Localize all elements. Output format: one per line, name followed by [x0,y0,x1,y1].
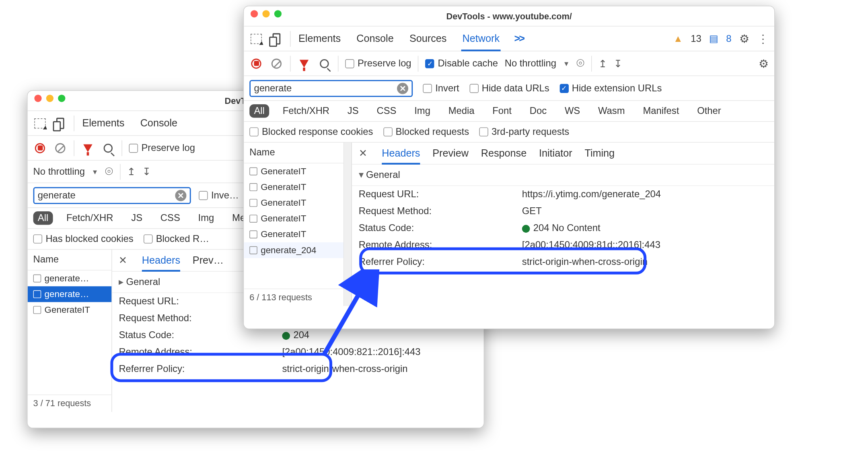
filter-icon[interactable] [81,141,95,155]
more-tabs-icon[interactable]: >> [514,33,524,44]
has-blocked-cookies-checkbox[interactable] [33,234,42,243]
hide-data-urls-checkbox[interactable] [469,84,478,93]
request-row[interactable]: GenerateIT [244,211,343,227]
clear-button[interactable] [270,57,284,70]
tab-response[interactable]: Response [481,147,527,159]
record-button[interactable] [249,57,263,70]
third-party-checkbox[interactable] [479,127,488,136]
window-controls[interactable] [34,95,65,102]
chevron-down-icon[interactable]: ▼ [92,168,99,176]
tab-initiator[interactable]: Initiator [539,147,572,159]
tab-network[interactable]: Network [461,33,501,44]
type-manifest[interactable]: Manifest [638,104,683,118]
close-window-icon[interactable] [251,10,258,17]
filter-input[interactable]: generate ✕ [33,187,191,204]
type-fetchxhr[interactable]: Fetch/XHR [62,211,118,225]
request-row[interactable]: generate_204 [244,242,343,258]
type-doc[interactable]: Doc [525,104,551,118]
column-name[interactable]: Name [244,142,343,163]
record-button[interactable] [33,141,47,155]
preserve-log-checkbox[interactable] [129,143,138,152]
request-row[interactable]: GenerateIT [244,179,343,195]
toggle-device-icon[interactable] [270,32,284,45]
minimize-window-icon[interactable] [46,95,53,102]
maximize-window-icon[interactable] [274,10,282,17]
tab-console[interactable]: Console [355,33,395,44]
warning-count[interactable]: 13 [691,33,701,44]
tab-elements[interactable]: Elements [81,117,126,129]
kebab-menu-icon[interactable]: ⋮ [757,36,769,41]
column-name[interactable]: Name [28,250,112,271]
tab-elements[interactable]: Elements [297,33,342,44]
type-ws[interactable]: WS [560,104,585,118]
throttling-select[interactable]: No throttling [505,58,556,69]
request-row[interactable]: generate… [28,286,112,302]
gear-icon[interactable]: ⚙ [739,32,749,45]
gear-icon[interactable]: ⚙ [759,57,769,70]
disclosure-icon[interactable]: ▾ [359,169,364,180]
type-wasm[interactable]: Wasm [594,104,629,118]
maximize-window-icon[interactable] [58,95,65,102]
toggle-device-icon[interactable] [53,116,67,130]
clear-button[interactable] [53,141,67,155]
blocked-requests-checkbox[interactable] [383,127,392,136]
request-row[interactable]: GenerateIT [244,195,343,211]
blocked-response-cookies-checkbox[interactable] [249,127,258,136]
clear-filter-icon[interactable]: ✕ [175,190,186,201]
type-other[interactable]: Other [693,104,726,118]
close-icon[interactable]: ✕ [119,254,127,266]
close-window-icon[interactable] [34,95,41,102]
type-css[interactable]: CSS [156,211,185,225]
hide-extension-urls-checkbox[interactable]: ✓ [559,84,568,93]
upload-har-icon[interactable]: ↥ [599,57,607,70]
type-img[interactable]: Img [193,211,218,225]
type-js[interactable]: JS [127,211,147,225]
tab-timing[interactable]: Timing [584,147,615,159]
warning-icon[interactable]: ▲ [673,33,683,44]
upload-har-icon[interactable]: ↥ [127,165,136,178]
type-all[interactable]: All [33,211,53,225]
network-conditions-icon[interactable]: ⦾ [105,166,113,178]
tab-headers[interactable]: Headers [142,254,180,266]
clear-filter-icon[interactable]: ✕ [397,83,408,94]
messages-icon[interactable]: ▤ [709,33,718,44]
invert-checkbox[interactable] [423,84,432,93]
type-js[interactable]: JS [343,104,363,118]
titlebar[interactable]: DevTools - www.youtube.com/ [244,6,774,26]
request-row[interactable]: GenerateIT [28,302,112,318]
type-media[interactable]: Media [444,104,479,118]
search-icon[interactable] [318,57,331,70]
blocked-r-checkbox[interactable] [144,234,152,243]
window-controls[interactable] [251,10,282,17]
download-har-icon[interactable]: ↧ [614,57,622,70]
type-css[interactable]: CSS [372,104,401,118]
chevron-down-icon[interactable]: ▼ [563,60,570,68]
preserve-log-checkbox[interactable] [345,59,354,68]
filter-input[interactable]: generate ✕ [249,80,413,97]
message-count[interactable]: 8 [726,33,731,44]
tab-preview[interactable]: Preview [432,147,469,159]
request-row[interactable]: GenerateIT [244,163,343,179]
disable-cache-checkbox[interactable]: ✓ [426,59,434,68]
minimize-window-icon[interactable] [262,10,269,17]
close-icon[interactable]: ✕ [359,147,367,159]
tab-sources[interactable]: Sources [408,33,448,44]
filter-icon[interactable] [297,57,311,70]
type-font[interactable]: Font [488,104,516,118]
throttling-select[interactable]: No throttling [33,166,85,177]
type-img[interactable]: Img [410,104,435,118]
request-row[interactable]: GenerateIT [244,227,343,242]
type-fetchxhr[interactable]: Fetch/XHR [278,104,334,118]
type-all[interactable]: All [249,104,269,118]
search-icon[interactable] [101,141,115,155]
disclosure-icon[interactable]: ▸ [119,277,124,287]
invert-checkbox[interactable] [199,191,208,200]
download-har-icon[interactable]: ↧ [142,165,151,178]
request-row[interactable]: generate… [28,271,112,286]
general-section[interactable]: ▾General [352,165,774,186]
inspect-element-icon[interactable] [33,116,47,130]
inspect-element-icon[interactable] [249,32,263,45]
tab-console[interactable]: Console [139,117,179,129]
tab-headers[interactable]: Headers [382,147,420,159]
network-conditions-icon[interactable]: ⦾ [576,58,584,69]
